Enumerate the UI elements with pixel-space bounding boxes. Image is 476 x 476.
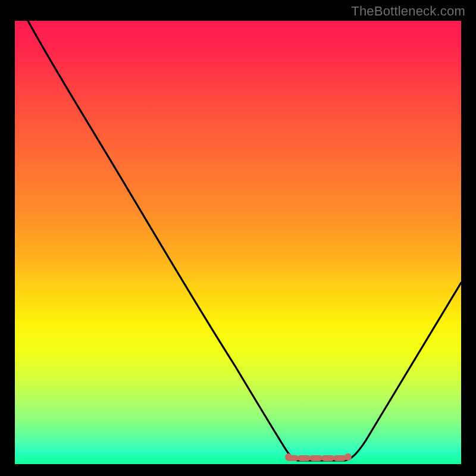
curve-path xyxy=(28,21,461,461)
bottleneck-curve xyxy=(15,21,461,464)
band-end-left xyxy=(285,453,292,461)
watermark-text: TheBottleneck.com xyxy=(351,4,465,19)
band-end-right xyxy=(345,453,352,461)
chart-frame: TheBottleneck.com xyxy=(0,0,476,476)
plot-area xyxy=(15,21,461,464)
